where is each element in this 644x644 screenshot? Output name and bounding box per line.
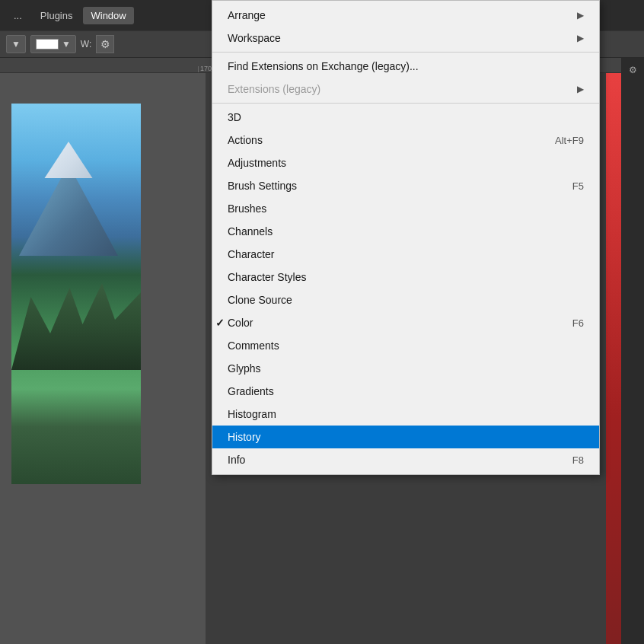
menu-item-brushes[interactable]: Brushes (212, 197, 599, 220)
menu-item-color-label: Color (228, 317, 253, 329)
menu-item-find-extensions[interactable]: Find Extensions on Exchange (legacy)... (212, 55, 599, 78)
toolbar-dropdown-1-value: ▼ (11, 39, 21, 49)
menu-item-arrange-arrow: ▶ (577, 10, 584, 21)
color-strip (606, 73, 621, 644)
menu-item-comments-label: Comments (228, 340, 279, 352)
menu-item-3d[interactable]: 3D (212, 106, 599, 129)
canvas-area (0, 73, 206, 644)
menu-item-clone-source-label: Clone Source (228, 294, 292, 306)
toolbar-dropdown-2[interactable]: ▼ (30, 35, 76, 53)
menu-item-brush-settings-label: Brush Settings (228, 180, 297, 192)
divider-2 (212, 103, 599, 104)
window-dropdown-menu: Arrange ▶ Workspace ▶ Find Extensions on… (212, 0, 600, 475)
menu-item-character-styles[interactable]: Character Styles (212, 266, 599, 289)
menu-item-find-extensions-label: Find Extensions on Exchange (legacy)... (228, 60, 419, 72)
right-panel-settings[interactable]: ⚙ (623, 61, 642, 79)
canvas-image (11, 104, 141, 484)
menu-item-glyphs[interactable]: Glyphs (212, 357, 599, 380)
menu-item-actions[interactable]: Actions Alt+F9 (212, 129, 599, 151)
menu-item-actions-label: Actions (228, 134, 263, 146)
menu-item-character-label: Character (228, 248, 274, 260)
menu-item-info[interactable]: Info F8 (212, 448, 599, 471)
menu-item-workspace-label: Workspace (228, 32, 281, 44)
menu-item-info-label: Info (228, 454, 245, 466)
menu-item-plugins[interactable]: Plugins (33, 7, 81, 24)
menu-item-channels-label: Channels (228, 225, 273, 238)
menu-item-extensions-legacy-arrow: ▶ (577, 84, 584, 94)
menu-item-comments[interactable]: Comments (212, 334, 599, 357)
menu-item-color-shortcut: F6 (572, 317, 584, 329)
menu-item-clone-source[interactable]: Clone Source (212, 289, 599, 311)
settings-button[interactable]: ⚙ (96, 35, 114, 53)
menu-item-glyphs-label: Glyphs (228, 362, 261, 375)
toolbar-dropdown-1[interactable]: ▼ (6, 35, 26, 53)
menu-item-3d-label: 3D (228, 111, 241, 123)
menu-item-brush-settings-shortcut: F5 (572, 180, 584, 192)
menu-item-character-styles-label: Character Styles (228, 271, 306, 283)
menu-item-gradients-label: Gradients (228, 385, 274, 397)
menu-item-workspace[interactable]: Workspace ▶ (212, 27, 599, 49)
menu-item-arrange[interactable]: Arrange ▶ (212, 4, 599, 27)
menu-item-gradients[interactable]: Gradients (212, 380, 599, 403)
menu-item-extensions-legacy-label: Extensions (legacy) (228, 83, 320, 95)
right-panel: ⚙ (621, 58, 644, 644)
app-background: ... Plugins Window ▼ ▼ W: ⚙ 1700 1800 19… (0, 0, 644, 644)
menu-item-history-label: History (228, 431, 261, 443)
mountain (19, 164, 118, 256)
trees (11, 279, 141, 370)
menu-item-extensions-legacy[interactable]: Extensions (legacy) ▶ (212, 78, 599, 100)
menu-item-adjustments-label: Adjustments (228, 157, 286, 169)
menu-item-actions-shortcut: Alt+F9 (555, 135, 584, 146)
menu-item-color-checkmark: ✓ (215, 317, 225, 329)
toolbar-dropdown-2-arrow: ▼ (62, 39, 71, 49)
menu-item-histogram[interactable]: Histogram (212, 403, 599, 426)
menu-item-window[interactable]: Window (83, 7, 133, 24)
menu-item-info-shortcut: F8 (572, 454, 584, 466)
menu-item-color[interactable]: ✓ Color F6 (212, 311, 599, 334)
divider-1 (212, 52, 599, 53)
menu-item-adjustments[interactable]: Adjustments (212, 151, 599, 174)
menu-item-brush-settings[interactable]: Brush Settings F5 (212, 174, 599, 197)
menu-item-more[interactable]: ... (6, 7, 30, 24)
menu-item-arrange-label: Arrange (228, 9, 266, 21)
width-label: W: (81, 39, 91, 49)
menu-item-history[interactable]: History (212, 426, 599, 448)
menu-item-character[interactable]: Character (212, 243, 599, 266)
menu-item-channels[interactable]: Channels (212, 220, 599, 243)
menu-item-brushes-label: Brushes (228, 202, 266, 215)
menu-item-histogram-label: Histogram (228, 408, 276, 420)
menu-item-workspace-arrow: ▶ (577, 33, 584, 43)
